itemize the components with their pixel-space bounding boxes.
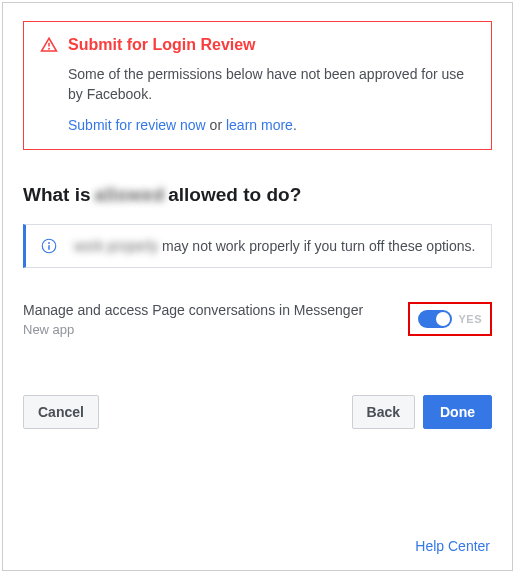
alert-header: Submit for Login Review	[40, 36, 475, 54]
cancel-button[interactable]: Cancel	[23, 395, 99, 429]
permission-subtitle: New app	[23, 322, 398, 337]
permission-title: Manage and access Page conversations in …	[23, 302, 398, 318]
info-banner: work properlymay not work properly if yo…	[23, 224, 492, 268]
info-text: may not work properly if you turn off th…	[162, 238, 475, 254]
help-center-link[interactable]: Help Center	[415, 538, 490, 554]
submit-review-link[interactable]: Submit for review now	[68, 117, 206, 133]
warning-icon	[40, 36, 58, 54]
toggle-state-label: YES	[458, 313, 482, 325]
alert-description: Some of the permissions below have not b…	[68, 64, 475, 105]
alert-title: Submit for Login Review	[68, 36, 256, 54]
alert-links: Submit for review now or learn more.	[68, 117, 475, 133]
heading-prefix: What is	[23, 184, 91, 206]
page-title: What is allowed allowed to do?	[23, 184, 492, 206]
separator-text: or	[206, 117, 226, 133]
punctuation: .	[293, 117, 297, 133]
info-text-wrap: work properlymay not work properly if yo…	[70, 238, 475, 254]
learn-more-link[interactable]: learn more	[226, 117, 293, 133]
button-row: Cancel Back Done	[23, 395, 492, 429]
info-icon	[40, 237, 58, 255]
login-review-alert: Submit for Login Review Some of the perm…	[23, 21, 492, 150]
info-blurred: work properly	[70, 238, 162, 254]
svg-point-3	[48, 242, 50, 244]
svg-point-1	[48, 48, 50, 50]
permission-toggle[interactable]	[418, 310, 452, 328]
button-group-right: Back Done	[352, 395, 492, 429]
permission-text: Manage and access Page conversations in …	[23, 302, 398, 337]
back-button[interactable]: Back	[352, 395, 415, 429]
toggle-highlight-box: YES	[408, 302, 492, 336]
permission-row: Manage and access Page conversations in …	[23, 302, 492, 337]
heading-suffix: allowed to do?	[168, 184, 301, 206]
dialog-container: Submit for Login Review Some of the perm…	[2, 2, 513, 571]
app-name-blurred: allowed	[91, 184, 169, 206]
done-button[interactable]: Done	[423, 395, 492, 429]
